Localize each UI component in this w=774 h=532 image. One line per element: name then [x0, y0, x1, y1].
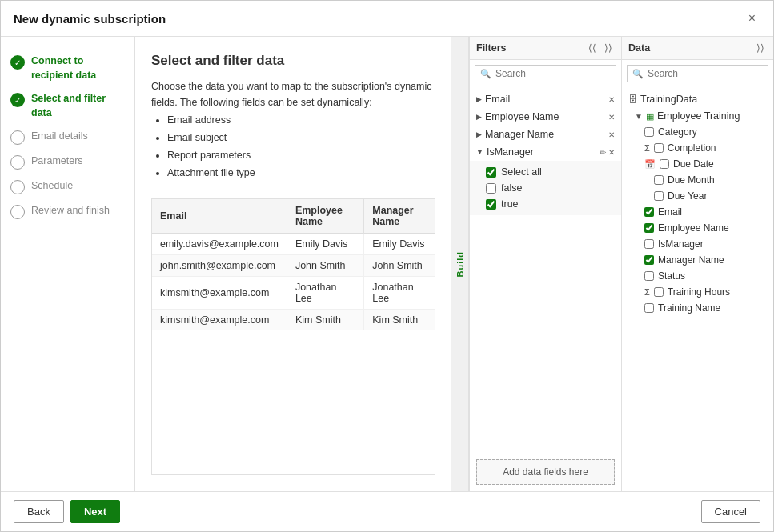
tree-item-dueyear-check[interactable]	[654, 191, 664, 201]
desc-item-1: Email address	[167, 112, 435, 128]
tree-item-completion-check[interactable]	[654, 143, 664, 153]
filter-ismanager-selectall-label: Select all	[501, 166, 542, 178]
step-label-email: Email details	[31, 130, 88, 144]
next-button[interactable]: Next	[70, 500, 120, 523]
table-cell-1-1: John Smith	[287, 255, 363, 277]
filter-ismanager-false-checkbox[interactable]	[486, 183, 496, 194]
data-search-box: 🔍	[627, 65, 768, 82]
tree-item-traininghours-label: Training Hours	[668, 286, 730, 298]
tree-item-email-check[interactable]	[644, 207, 654, 217]
tree-item-category-check[interactable]	[644, 127, 654, 137]
filter-email[interactable]: ▶ Email ✕	[470, 90, 621, 108]
tree-item-ismanager[interactable]: IsManager	[622, 236, 773, 252]
filter-ismanager-false[interactable]: false	[486, 180, 615, 196]
tree-item-duedate-label: Due Date	[673, 158, 714, 170]
table-cell-1-0: john.smith@example.com	[152, 255, 287, 277]
tree-item-managername[interactable]: Manager Name	[622, 252, 773, 268]
tree-item-employeename-check[interactable]	[644, 223, 654, 233]
tree-item-completion-label: Completion	[668, 142, 716, 154]
tree-item-duemonth[interactable]: Due Month	[622, 172, 773, 188]
filters-search-input[interactable]	[495, 68, 616, 79]
filter-employee[interactable]: ▶ Employee Name ✕	[470, 108, 621, 126]
build-tab[interactable]: Build	[451, 37, 469, 491]
back-button[interactable]: Back	[14, 500, 64, 523]
tree-item-trainingname-check[interactable]	[644, 303, 654, 313]
step-label-select: Select and filter data	[31, 92, 125, 120]
filter-ismanager-false-label: false	[501, 182, 522, 194]
filter-ismanager-true-checkbox[interactable]	[486, 199, 496, 210]
filter-ismanager-selectall-checkbox[interactable]	[486, 167, 496, 178]
sidebar-step-schedule: Schedule	[1, 174, 134, 199]
tree-item-email[interactable]: Email	[622, 204, 773, 220]
desc-item-2: Email subject	[167, 130, 435, 146]
col-employee: Employee Name	[287, 199, 363, 234]
sigma-icon-hours: Σ	[644, 287, 650, 297]
filter-ismanager-selectall[interactable]: Select all	[486, 164, 615, 180]
sidebar-step-connect[interactable]: ✓Connect to recipient data	[1, 50, 134, 87]
filters-search-box: 🔍	[475, 65, 616, 82]
filter-email-chevron: ▶	[476, 95, 482, 103]
filter-ismanager-true[interactable]: true	[486, 196, 615, 212]
close-button[interactable]: ×	[744, 10, 760, 26]
filter-email-remove[interactable]: ✕	[608, 95, 615, 104]
sidebar-step-select[interactable]: ✓Select and filter data	[1, 87, 134, 125]
step-indicator-email	[10, 130, 25, 145]
filter-ismanager[interactable]: ▼ IsManager ✏ ✕	[470, 143, 621, 161]
table-cell-3-1: Kim Smith	[287, 310, 363, 331]
tree-item-duedate[interactable]: 📅 Due Date	[622, 156, 773, 172]
filter-manager-remove[interactable]: ✕	[608, 130, 615, 139]
tree-item-ismanager-label: IsManager	[658, 238, 704, 250]
dialog-title: New dynamic subscription	[14, 12, 166, 26]
tree-item-duemonth-check[interactable]	[654, 175, 664, 185]
filter-employee-label: Employee Name	[485, 111, 559, 122]
tree-item-trainingname-label: Training Name	[658, 302, 720, 314]
table-cell-0-0: emily.davis@example.com	[152, 234, 287, 255]
table-row[interactable]: john.smith@example.comJohn SmithJohn Smi…	[152, 255, 435, 277]
filter-ismanager-edit[interactable]: ✏	[600, 148, 606, 157]
filters-panel-title: Filters	[476, 42, 507, 54]
tree-item-status[interactable]: Status	[622, 268, 773, 284]
tree-item-employeename[interactable]: Employee Name	[622, 220, 773, 236]
step-label-schedule: Schedule	[31, 179, 73, 194]
cancel-button[interactable]: Cancel	[701, 500, 760, 523]
tree-item-category[interactable]: Category	[622, 124, 773, 140]
table-row[interactable]: kimsmith@example.comJonathan LeeJonathan…	[152, 277, 435, 310]
data-panel-icons: ⟩⟩	[754, 42, 767, 54]
filter-employee-chevron: ▶	[476, 113, 482, 121]
filter-list: ▶ Email ✕ ▶ Employee Name	[470, 87, 621, 453]
tree-item-email-label: Email	[658, 206, 682, 218]
main-content: Select and filter data Choose the data y…	[135, 37, 773, 491]
calendar-icon-duedate: 📅	[644, 159, 656, 170]
tree-item-dueyear[interactable]: Due Year	[622, 188, 773, 204]
table-row[interactable]: emily.davis@example.comEmily DavisEmily …	[152, 234, 435, 255]
filters-expand-icon[interactable]: ⟩⟩	[602, 42, 615, 54]
tree-item-dueyear-label: Due Year	[668, 190, 707, 202]
filter-employee-remove[interactable]: ✕	[608, 113, 615, 122]
filter-ismanager-label: IsManager	[487, 146, 534, 158]
tree-item-trainingname[interactable]: Training Name	[622, 300, 773, 316]
step-indicator-select: ✓	[10, 93, 25, 107]
dialog-footer: Back Next Cancel	[1, 491, 773, 531]
filter-ismanager-true-label: true	[501, 198, 519, 210]
tree-item-employeename-label: Employee Name	[658, 222, 729, 234]
tree-item-status-label: Status	[658, 270, 685, 282]
tree-item-traininghours[interactable]: Σ Training Hours	[622, 284, 773, 300]
tree-item-ismanager-check[interactable]	[644, 239, 654, 249]
filter-manager[interactable]: ▶ Manager Name ✕	[470, 126, 621, 143]
filters-collapse-icon[interactable]: ⟨⟨	[586, 42, 599, 54]
data-panel-expand-icon[interactable]: ⟩⟩	[754, 42, 767, 54]
tree-item-completion[interactable]: Σ Completion	[622, 140, 773, 156]
data-search-input[interactable]	[648, 68, 768, 79]
sidebar-step-parameters: Parameters	[1, 150, 134, 174]
tree-item-traininghours-check[interactable]	[654, 287, 664, 297]
add-fields-button[interactable]: Add data fields here	[476, 459, 615, 485]
filter-ismanager-remove[interactable]: ✕	[608, 148, 615, 157]
filter-ismanager-options: Select all false true	[470, 161, 621, 215]
tree-item-status-check[interactable]	[644, 271, 654, 281]
content-area: Select and filter data Choose the data y…	[135, 37, 773, 491]
table-row[interactable]: kimsmith@example.comKim SmithKim Smith	[152, 310, 435, 331]
tree-item-managername-check[interactable]	[644, 255, 654, 265]
table-cell-2-1: Jonathan Lee	[287, 277, 363, 310]
tree-item-duedate-check[interactable]	[660, 159, 669, 169]
tree-group-label: Employee Training	[657, 110, 740, 122]
